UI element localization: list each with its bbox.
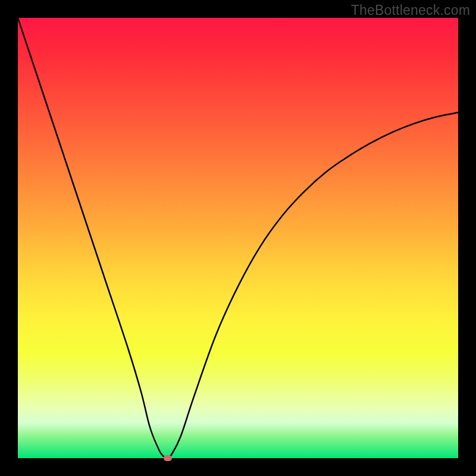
bottleneck-curve: [18, 18, 458, 458]
chart-container: TheBottleneck.com: [0, 0, 476, 476]
plot-area: [18, 18, 458, 458]
minimum-marker: [164, 455, 172, 461]
watermark-text: TheBottleneck.com: [351, 2, 470, 18]
